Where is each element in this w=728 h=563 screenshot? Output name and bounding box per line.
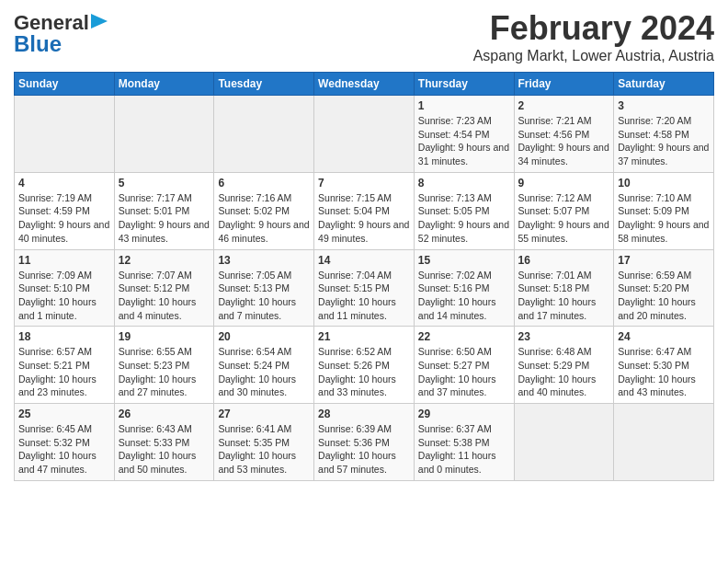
day-detail: Sunrise: 7:13 AM Sunset: 5:05 PM Dayligh… [418,191,510,246]
day-detail: Sunrise: 7:02 AM Sunset: 5:16 PM Dayligh… [418,269,510,323]
logo: General Blue [14,13,109,55]
weekday-header-sunday: Sunday [15,73,115,96]
day-detail: Sunrise: 7:07 AM Sunset: 5:12 PM Dayligh… [119,269,210,323]
day-detail: Sunrise: 6:45 AM Sunset: 5:32 PM Dayligh… [18,422,110,477]
weekday-header-row: SundayMondayTuesdayWednesdayThursdayFrid… [15,73,714,96]
calendar-cell: 21Sunrise: 6:52 AM Sunset: 5:26 PM Dayli… [314,327,415,404]
calendar-cell: 2Sunrise: 7:21 AM Sunset: 4:56 PM Daylig… [514,96,614,173]
day-number: 4 [18,177,110,190]
calendar-body: 1Sunrise: 7:23 AM Sunset: 4:54 PM Daylig… [15,96,714,481]
calendar-cell: 29Sunrise: 6:37 AM Sunset: 5:38 PM Dayli… [414,404,514,481]
day-number: 8 [418,177,510,190]
day-detail: Sunrise: 7:23 AM Sunset: 4:54 PM Dayligh… [418,114,510,168]
calendar-cell: 27Sunrise: 6:41 AM Sunset: 5:35 PM Dayli… [214,404,314,481]
svg-marker-0 [91,14,108,29]
calendar-week-row: 1Sunrise: 7:23 AM Sunset: 4:54 PM Daylig… [15,96,714,173]
day-detail: Sunrise: 7:21 AM Sunset: 4:56 PM Dayligh… [518,114,610,168]
day-detail: Sunrise: 7:15 AM Sunset: 5:04 PM Dayligh… [318,191,410,246]
day-detail: Sunrise: 6:47 AM Sunset: 5:30 PM Dayligh… [618,345,710,399]
day-detail: Sunrise: 7:10 AM Sunset: 5:09 PM Dayligh… [618,191,710,246]
day-detail: Sunrise: 6:59 AM Sunset: 5:20 PM Dayligh… [618,269,710,323]
day-number: 10 [618,177,710,190]
day-number: 25 [18,408,110,420]
day-number: 3 [618,99,710,112]
day-detail: Sunrise: 7:19 AM Sunset: 4:59 PM Dayligh… [18,191,110,246]
day-detail: Sunrise: 6:50 AM Sunset: 5:27 PM Dayligh… [418,345,510,399]
calendar-cell: 25Sunrise: 6:45 AM Sunset: 5:32 PM Dayli… [15,404,115,481]
day-detail: Sunrise: 6:52 AM Sunset: 5:26 PM Dayligh… [318,345,410,399]
calendar-cell: 24Sunrise: 6:47 AM Sunset: 5:30 PM Dayli… [614,327,714,404]
calendar-cell: 8Sunrise: 7:13 AM Sunset: 5:05 PM Daylig… [414,172,514,249]
calendar-cell: 11Sunrise: 7:09 AM Sunset: 5:10 PM Dayli… [15,249,115,327]
logo-text: General [14,13,89,33]
day-number: 12 [119,254,210,267]
calendar-subtitle: Aspang Markt, Lower Austria, Austria [473,48,714,64]
day-number: 14 [318,254,410,267]
day-detail: Sunrise: 7:05 AM Sunset: 5:13 PM Dayligh… [218,269,310,323]
calendar-header: SundayMondayTuesdayWednesdayThursdayFrid… [15,73,714,96]
day-detail: Sunrise: 6:57 AM Sunset: 5:21 PM Dayligh… [18,345,110,399]
calendar-cell [514,404,614,481]
calendar-week-row: 4Sunrise: 7:19 AM Sunset: 4:59 PM Daylig… [15,172,714,249]
day-number: 2 [518,99,610,112]
day-number: 24 [618,330,710,343]
calendar-cell: 4Sunrise: 7:19 AM Sunset: 4:59 PM Daylig… [15,172,115,249]
calendar-cell [614,404,714,481]
day-detail: Sunrise: 6:41 AM Sunset: 5:35 PM Dayligh… [218,422,310,477]
calendar-cell: 28Sunrise: 6:39 AM Sunset: 5:36 PM Dayli… [314,404,415,481]
day-number: 27 [218,408,310,420]
calendar-cell [314,96,415,173]
calendar-cell: 13Sunrise: 7:05 AM Sunset: 5:13 PM Dayli… [214,249,314,327]
page-header: General Blue February 2024 Aspang Markt,… [14,9,714,64]
day-number: 29 [418,408,510,420]
calendar-cell: 19Sunrise: 6:55 AM Sunset: 5:23 PM Dayli… [114,327,214,404]
calendar-cell: 5Sunrise: 7:17 AM Sunset: 5:01 PM Daylig… [114,172,214,249]
calendar-cell: 22Sunrise: 6:50 AM Sunset: 5:27 PM Dayli… [414,327,514,404]
day-detail: Sunrise: 7:01 AM Sunset: 5:18 PM Dayligh… [518,269,610,323]
calendar-cell: 23Sunrise: 6:48 AM Sunset: 5:29 PM Dayli… [514,327,614,404]
calendar-cell [114,96,214,173]
day-number: 16 [518,254,610,267]
calendar-cell: 14Sunrise: 7:04 AM Sunset: 5:15 PM Dayli… [314,249,415,327]
day-detail: Sunrise: 6:55 AM Sunset: 5:23 PM Dayligh… [119,345,210,399]
day-detail: Sunrise: 6:43 AM Sunset: 5:33 PM Dayligh… [119,422,210,477]
logo-blue-text: Blue [14,33,62,55]
calendar-cell: 15Sunrise: 7:02 AM Sunset: 5:16 PM Dayli… [414,249,514,327]
title-area: February 2024 Aspang Markt, Lower Austri… [473,9,714,64]
day-number: 6 [218,177,310,190]
calendar-title: February 2024 [473,9,714,48]
day-detail: Sunrise: 6:54 AM Sunset: 5:24 PM Dayligh… [218,345,310,399]
day-number: 15 [418,254,510,267]
day-number: 28 [318,408,410,420]
calendar-cell: 20Sunrise: 6:54 AM Sunset: 5:24 PM Dayli… [214,327,314,404]
calendar-cell: 7Sunrise: 7:15 AM Sunset: 5:04 PM Daylig… [314,172,415,249]
day-number: 7 [318,177,410,190]
calendar-cell: 9Sunrise: 7:12 AM Sunset: 5:07 PM Daylig… [514,172,614,249]
calendar-cell [214,96,314,173]
weekday-header-friday: Friday [514,73,614,96]
day-detail: Sunrise: 6:48 AM Sunset: 5:29 PM Dayligh… [518,345,610,399]
calendar-week-row: 18Sunrise: 6:57 AM Sunset: 5:21 PM Dayli… [15,327,714,404]
day-number: 26 [119,408,210,420]
day-detail: Sunrise: 7:09 AM Sunset: 5:10 PM Dayligh… [18,269,110,323]
day-detail: Sunrise: 7:04 AM Sunset: 5:15 PM Dayligh… [318,269,410,323]
weekday-header-thursday: Thursday [414,73,514,96]
day-detail: Sunrise: 7:16 AM Sunset: 5:02 PM Dayligh… [218,191,310,246]
day-number: 5 [119,177,210,190]
day-detail: Sunrise: 7:20 AM Sunset: 4:58 PM Dayligh… [618,114,710,168]
calendar-cell: 3Sunrise: 7:20 AM Sunset: 4:58 PM Daylig… [614,96,714,173]
calendar-cell: 10Sunrise: 7:10 AM Sunset: 5:09 PM Dayli… [614,172,714,249]
day-detail: Sunrise: 6:39 AM Sunset: 5:36 PM Dayligh… [318,422,410,477]
weekday-header-tuesday: Tuesday [214,73,314,96]
weekday-header-monday: Monday [114,73,214,96]
calendar-table: SundayMondayTuesdayWednesdayThursdayFrid… [14,72,714,481]
calendar-cell: 12Sunrise: 7:07 AM Sunset: 5:12 PM Dayli… [114,249,214,327]
calendar-cell: 18Sunrise: 6:57 AM Sunset: 5:21 PM Dayli… [15,327,115,404]
day-number: 22 [418,330,510,343]
calendar-cell [15,96,115,173]
day-detail: Sunrise: 7:17 AM Sunset: 5:01 PM Dayligh… [119,191,210,246]
day-number: 17 [618,254,710,267]
day-number: 19 [119,330,210,343]
day-number: 18 [18,330,110,343]
day-number: 23 [518,330,610,343]
